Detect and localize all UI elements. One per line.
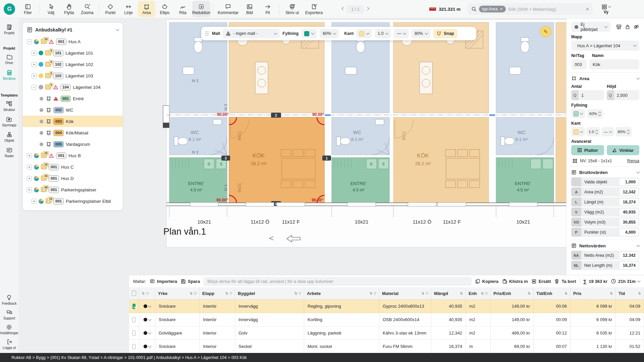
col-material[interactable]: Material⇅▽ xyxy=(379,287,431,300)
brutto-section-header[interactable]: Bruttovärden xyxy=(571,166,639,177)
col-mangd[interactable]: Mängd⇅ xyxy=(431,287,466,300)
border-style-select[interactable]: — xyxy=(601,127,614,136)
archive-icon[interactable] xyxy=(616,24,622,30)
vinklar-button[interactable]: Vinklar xyxy=(607,145,640,155)
time-total[interactable]: 21h 31m xyxy=(611,279,640,284)
search-clear-icon[interactable]: ✕ xyxy=(586,7,589,12)
tool-filer[interactable]: Filer xyxy=(19,1,37,17)
expand-icon[interactable]: + xyxy=(27,187,32,192)
tree-item-vardagsrum[interactable]: 005Vardagsrum xyxy=(23,138,123,150)
row-status-dot[interactable] xyxy=(144,345,147,348)
row-checkbox[interactable] xyxy=(132,330,136,336)
tool-valj[interactable]: Välj xyxy=(42,1,60,17)
border-color-select[interactable] xyxy=(571,127,585,136)
row-status-dot[interactable] xyxy=(144,331,147,335)
tree-item-hus-b[interactable]: + 25 001Hus B xyxy=(23,150,123,161)
tree-item-lagenhet-101[interactable]: + 5 101Lägenhet 101 xyxy=(23,47,123,59)
next-page-icon[interactable] xyxy=(366,7,369,10)
kopiera-button[interactable]: Kopiera xyxy=(475,279,498,284)
prev-page-icon[interactable] xyxy=(342,7,345,10)
rail-projekt-top[interactable]: Projekt xyxy=(4,24,14,35)
col-arbete[interactable]: Arbete⇅▽ xyxy=(304,287,379,300)
fill-color-select[interactable] xyxy=(571,109,585,118)
expand-icon[interactable]: + xyxy=(27,165,32,170)
collapse-icon[interactable]: − xyxy=(32,85,37,90)
chevron-down-icon[interactable] xyxy=(148,304,151,307)
tool-linje[interactable]: Linje xyxy=(120,1,137,17)
row-checkbox[interactable] xyxy=(132,344,136,349)
border-opacity-stepper[interactable]: 80% xyxy=(615,127,632,136)
tool-skriv-ut[interactable]: Skriv ut xyxy=(282,1,302,17)
tree-item-hus-c[interactable]: + 25 001Hus C xyxy=(23,161,123,173)
search-input[interactable] xyxy=(508,7,583,12)
tool-exportera[interactable]: Exportera xyxy=(303,1,325,17)
tool-ellips[interactable]: Ellips xyxy=(156,1,173,17)
ta-bort-button[interactable]: Ta bort xyxy=(554,279,576,284)
col-byggdel[interactable]: Byggdel⇅▽ xyxy=(235,287,304,300)
expand-icon[interactable]: + xyxy=(27,176,32,181)
tree-item-lagenhet-104[interactable]: − 5 104Lägenhet 104 xyxy=(23,81,123,93)
add-row-input[interactable] xyxy=(203,277,471,286)
hojd-field[interactable]: Q2,500 xyxy=(607,90,640,100)
collapse-icon[interactable]: − xyxy=(27,39,32,44)
col-tid-enh[interactable]: Tid/Enh⇅ xyxy=(534,287,571,300)
border-width-select[interactable]: 1.0 xyxy=(375,29,391,38)
plattor-button[interactable]: Plattor xyxy=(571,145,604,155)
rail-installningar[interactable]: Inställningar xyxy=(0,324,18,335)
tree-item-wc[interactable]: 002WC xyxy=(23,104,123,116)
table-row[interactable]: Golvläggare Interior Golv Läggning, park… xyxy=(129,326,644,340)
chevron-down-icon[interactable] xyxy=(148,344,151,348)
importera-button[interactable]: Importera xyxy=(150,279,177,284)
tree-item-kok-selected[interactable]: 003Kök xyxy=(23,116,123,127)
lock-icon[interactable] xyxy=(625,24,631,30)
chip-close-icon[interactable]: ✕ xyxy=(499,7,502,11)
border-width-stepper[interactable]: 1.0 xyxy=(586,127,600,136)
tool-reduktion[interactable]: Reduktion xyxy=(192,1,210,17)
expand-icon[interactable]: + xyxy=(32,73,37,78)
chevron-down-icon[interactable] xyxy=(148,331,151,334)
col-enh[interactable]: Enh⇅▽ xyxy=(466,287,491,300)
fill-opacity-stepper[interactable]: 60% xyxy=(587,109,603,118)
tool-zooma[interactable]: Zooma xyxy=(78,1,96,17)
expand-icon[interactable]: + xyxy=(27,153,32,158)
table-row[interactable]: Snickare Interiör Innervägg Regling, gip… xyxy=(129,300,644,313)
tool-flytta[interactable]: Flytta xyxy=(60,1,78,17)
nr-tag-field[interactable]: 003 xyxy=(571,59,587,69)
spara-button[interactable]: Spara xyxy=(180,279,200,284)
col-pris[interactable]: Pris⇅ xyxy=(571,287,616,300)
netto-section-header[interactable]: Nettovärden xyxy=(571,240,639,251)
expand-icon[interactable]: + xyxy=(32,62,37,67)
drag-handle-icon[interactable] xyxy=(205,31,209,37)
rail-logga-ut[interactable]: Logga ut xyxy=(3,339,16,350)
row-checkbox-checked[interactable] xyxy=(132,304,136,309)
tool-area[interactable]: Area xyxy=(138,1,155,17)
status-column-header[interactable]: ⇅▽ xyxy=(139,287,155,300)
eye-off-icon[interactable] xyxy=(633,24,639,30)
tool-pil[interactable]: Pil xyxy=(259,1,276,17)
expand-icon[interactable]: + xyxy=(32,51,37,56)
row-checkbox[interactable] xyxy=(132,317,136,322)
namn-field[interactable]: Kök xyxy=(589,59,639,69)
tree-item-hus-a[interactable]: − 25 001Hus A xyxy=(23,36,123,47)
col-yrke[interactable]: Yrke⇅▽ xyxy=(155,287,200,300)
chevron-down-icon[interactable] xyxy=(148,317,151,321)
border-color-select[interactable] xyxy=(356,29,372,38)
rail-drive[interactable]: Drive xyxy=(5,54,13,65)
expand-icon[interactable]: + xyxy=(32,199,37,204)
view-switcher[interactable]: Vy xyxy=(601,4,611,14)
table-row[interactable]: Snickare Interiör Innervägg Kortling OSB… xyxy=(129,313,644,326)
area-section-header[interactable]: Area xyxy=(571,72,639,83)
search-bar[interactable]: typ:Area✕ ✕ xyxy=(468,3,593,15)
tree-item-parkeringsplatser[interactable]: + 48 001Parkeringsplatser xyxy=(23,184,123,195)
tree-item-kok-matsal[interactable]: 004Kök/Matsal xyxy=(23,127,123,138)
rail-support[interactable]: Support xyxy=(3,309,15,320)
tool-bild[interactable]: Bild xyxy=(241,1,258,17)
tree-item-hus-d[interactable]: + 25 001Hus D xyxy=(23,173,123,184)
border-opacity-select[interactable]: 80% xyxy=(412,29,431,38)
row-status-dot[interactable] xyxy=(144,304,147,308)
row-status-dot[interactable] xyxy=(144,318,147,321)
fill-color-select[interactable] xyxy=(301,29,317,38)
fill-opacity-select[interactable]: 60% xyxy=(320,29,339,38)
ersatt-button[interactable]: Ersätt xyxy=(531,279,551,284)
klistra-in-button[interactable]: Klistra in xyxy=(502,279,528,284)
